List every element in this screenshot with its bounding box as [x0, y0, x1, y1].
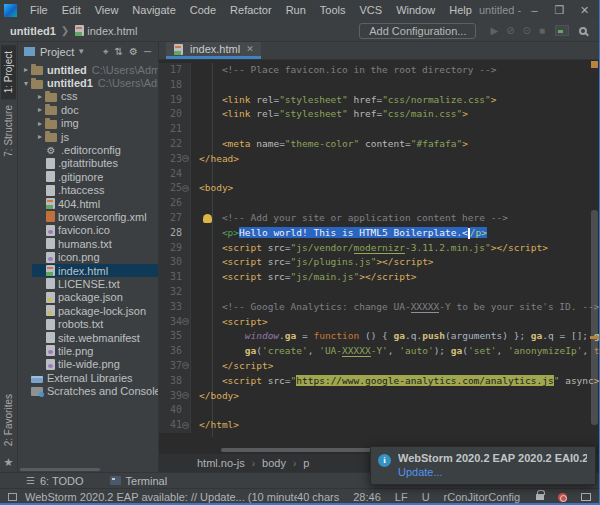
editor-line-21[interactable]: 21 — [159, 122, 599, 137]
code-editor[interactable]: 17 <!-- Place favicon.ico in the root di… — [159, 60, 599, 447]
tree-item-robots-txt[interactable]: robots.txt — [32, 317, 158, 330]
code-line-content[interactable]: <link rel="stylesheet" href="css/normali… — [191, 93, 599, 108]
menu-tools[interactable]: Tools — [313, 2, 353, 18]
tree-item-tile-png[interactable]: tile.png — [32, 344, 158, 357]
terminal-tool-button[interactable]: Terminal — [110, 475, 168, 487]
menu-refactor[interactable]: Refactor — [223, 2, 279, 18]
code-line-content[interactable] — [191, 167, 599, 182]
editor-line-22[interactable]: 22 <meta name="theme-color" content="#fa… — [159, 137, 599, 152]
editor-line-30[interactable]: 30 <script src="js/plugins.js"></script> — [159, 255, 599, 270]
code-line-content[interactable] — [191, 78, 599, 93]
menu-view[interactable]: View — [88, 2, 126, 18]
status-item-40chars[interactable]: 40 chars — [297, 491, 339, 503]
tree-item-404-html[interactable]: 404.html — [32, 197, 158, 210]
editor-line-23[interactable]: 23–</head> — [159, 152, 599, 167]
editor-line-36[interactable]: 36 ga('create', 'UA-XXXXX-Y', 'auto'); g… — [159, 344, 599, 359]
tool-stripe-structure[interactable]: 7: Structure — [1, 99, 16, 163]
editor-line-32[interactable]: 32 — [159, 285, 599, 300]
editor-line-18[interactable]: 18 — [159, 78, 599, 93]
todo-tool-button[interactable]: ☰ 6: TODO — [26, 475, 84, 487]
code-line-content[interactable]: </html> — [191, 418, 599, 433]
code-line-content[interactable]: <!-- Google Analytics: change UA-XXXXX-Y… — [191, 300, 599, 315]
run-icon[interactable]: ▶ — [490, 25, 498, 36]
tree-item-browserconfig-xml[interactable]: browserconfig.xml — [32, 210, 158, 223]
notification-update-link[interactable]: Update... — [398, 466, 587, 478]
editor-line-26[interactable]: 26 — [159, 196, 599, 211]
fold-marker-icon[interactable]: – — [182, 422, 189, 429]
debug-icon[interactable]: ⊘ — [506, 25, 514, 36]
code-line-content[interactable]: <p>Hello world! This is HTML5 Boilerplat… — [191, 226, 599, 241]
project-hscrollbar[interactable] — [18, 467, 158, 472]
tree-item-icon-png[interactable]: icon.png — [32, 250, 158, 263]
tree-arrow-icon[interactable]: ▸ — [35, 132, 45, 141]
tree-item-index-html[interactable]: index.html — [32, 264, 158, 277]
editor-line-39[interactable]: 39–</body> — [159, 389, 599, 404]
status-message[interactable]: WebStorm 2020.2 EAP available: // Update… — [25, 491, 297, 503]
chevron-down-icon[interactable]: ▼ — [77, 47, 85, 56]
editor-line-28[interactable]: 28 <p>Hello world! This is HTML5 Boilerp… — [159, 226, 599, 241]
menu-run[interactable]: Run — [279, 2, 313, 18]
tree-item-external-libraries[interactable]: External Libraries — [18, 371, 158, 384]
tree-arrow-icon[interactable]: ▾ — [21, 79, 31, 88]
event-log-icon[interactable] — [8, 493, 17, 501]
tree-item--gitattributes[interactable]: .gitattributes — [32, 157, 158, 170]
fold-marker-icon[interactable]: – — [182, 185, 189, 192]
add-configuration-button[interactable]: Add Configuration... — [359, 23, 476, 39]
code-line-content[interactable]: <!-- Add your site or application conten… — [191, 211, 599, 226]
editor-line-24[interactable]: 24 — [159, 167, 599, 182]
editor-line-33[interactable]: 33 <!-- Google Analytics: change UA-XXXX… — [159, 300, 599, 315]
editor-line-31[interactable]: 31 <script src="js/main.js"></script> — [159, 270, 599, 285]
intention-bulb-icon[interactable] — [203, 214, 212, 223]
tree-item-site-webmanifest[interactable]: site.webmanifest — [32, 331, 158, 344]
code-line-content[interactable]: window.ga = function () { ga.q.push(argu… — [191, 329, 599, 344]
editor-line-38[interactable]: 38 <script src="https://www.google-analy… — [159, 374, 599, 389]
locate-icon[interactable]: ⌖ — [103, 46, 109, 58]
coverage-icon[interactable]: ⊙ — [523, 25, 531, 36]
tool-stripe-favorites[interactable]: 2: Favorites — [1, 388, 16, 452]
close-button[interactable]: ✕ — [572, 1, 597, 19]
editor-line-41[interactable]: 41–</html> — [159, 418, 599, 433]
code-line-content[interactable] — [191, 285, 599, 300]
breadcrumb-htmlnojs[interactable]: html.no-js — [197, 457, 245, 469]
screen-reader-icon[interactable] — [581, 493, 591, 501]
scrollbar-thumb[interactable] — [20, 468, 100, 471]
breadcrumb-body[interactable]: body — [262, 457, 286, 469]
editor-line-19[interactable]: 19 <link rel="stylesheet" href="css/norm… — [159, 93, 599, 108]
breadcrumb-file[interactable]: index.html — [87, 25, 137, 37]
search-everywhere-icon[interactable] — [579, 27, 587, 35]
menu-window[interactable]: Window — [389, 2, 442, 18]
tree-item--editorconfig[interactable]: ⚙.editorconfig — [32, 143, 158, 156]
editor-vscrollbar-thumb[interactable] — [591, 210, 598, 425]
code-line-content[interactable]: </head> — [191, 152, 599, 167]
menu-navigate[interactable]: Navigate — [125, 2, 182, 18]
tree-arrow-icon[interactable]: ▸ — [35, 119, 45, 128]
tree-arrow-icon[interactable]: ▸ — [35, 92, 45, 101]
status-item-2846[interactable]: 28:46 — [353, 491, 381, 503]
project-panel-title[interactable]: Project — [40, 46, 74, 58]
breadcrumb-p[interactable]: p — [303, 457, 309, 469]
tree-item-untitled1[interactable]: ▾untitled1C:\Users\Administrat — [18, 76, 158, 89]
settings-gear-icon[interactable]: ⚙ — [129, 46, 138, 57]
tree-item-package-lock-json[interactable]: package-lock.json — [32, 304, 158, 317]
menu-vcs[interactable]: VCS — [353, 2, 390, 18]
editor-line-34[interactable]: 34– <script> — [159, 315, 599, 330]
stop-icon[interactable]: ■ — [539, 25, 545, 36]
tree-item-img[interactable]: ▸img — [32, 117, 158, 130]
tree-item-scratches-and-consoles[interactable]: Scratches and Consoles — [18, 384, 158, 397]
editor-line-29[interactable]: 29 <script src="js/vendor/modernizr-3.11… — [159, 241, 599, 256]
code-line-content[interactable]: </body> — [191, 389, 599, 404]
run-anything-icon[interactable] — [555, 25, 569, 36]
breadcrumb-project[interactable]: untitled1 — [10, 25, 56, 37]
error-stripe-mark[interactable] — [591, 61, 598, 68]
tree-item--htaccess[interactable]: .htaccess — [32, 184, 158, 197]
lock-icon[interactable] — [536, 494, 544, 500]
fold-marker-icon[interactable]: – — [182, 392, 189, 399]
tab-index-html[interactable]: index.html ✕ — [166, 42, 261, 59]
tree-item-css[interactable]: ▸css — [32, 90, 158, 103]
update-badge-icon[interactable] — [558, 493, 567, 502]
minimize-button[interactable]: – — [522, 1, 547, 19]
fold-marker-icon[interactable]: – — [182, 155, 189, 162]
status-item-u[interactable]: U — [422, 491, 430, 503]
notification-popup[interactable]: i WebStorm 2020.2 EAP 2020.2 EAI0.2 E2 E… — [370, 446, 596, 485]
tree-item-humans-txt[interactable]: humans.txt — [32, 237, 158, 250]
